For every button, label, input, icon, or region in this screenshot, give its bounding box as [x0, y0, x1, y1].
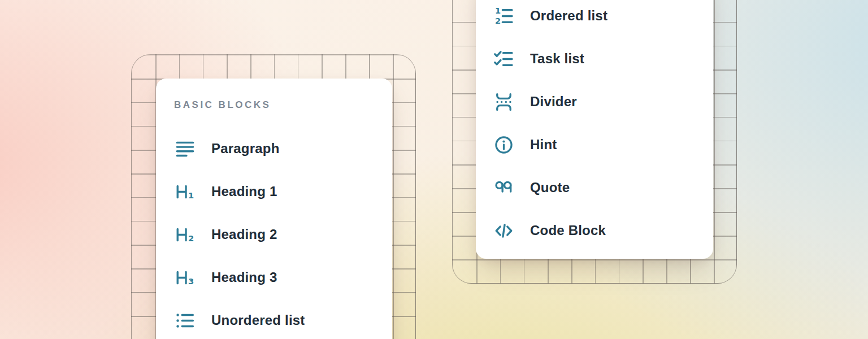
menu-list-right: 1 2 Ordered list Task list Divider Hint … [493, 0, 696, 252]
menu-item-divider[interactable]: Divider [493, 80, 696, 123]
unordered-list-icon [174, 310, 196, 331]
menu-item-task-list[interactable]: Task list [493, 37, 696, 80]
blocks-menu-continued: 1 2 Ordered list Task list Divider Hint … [476, 0, 713, 259]
menu-item-label: Heading 1 [211, 184, 277, 199]
menu-item-paragraph[interactable]: Paragraph [174, 127, 375, 170]
menu-item-heading-2[interactable]: 2 Heading 2 [174, 213, 375, 256]
menu-item-label: Divider [530, 94, 577, 110]
code-block-icon [493, 220, 514, 241]
section-title-basic-blocks: BASIC BLOCKS [174, 99, 375, 111]
menu-item-heading-3[interactable]: 3 Heading 3 [174, 256, 375, 299]
svg-text:3: 3 [188, 276, 194, 285]
svg-text:1: 1 [495, 6, 501, 15]
menu-item-heading-1[interactable]: 1 Heading 1 [174, 170, 375, 213]
quote-icon [493, 177, 514, 198]
menu-item-label: Task list [530, 51, 584, 67]
menu-item-label: Code Block [530, 223, 606, 238]
menu-item-label: Heading 2 [211, 227, 277, 242]
hint-icon [493, 134, 514, 155]
svg-text:2: 2 [495, 16, 501, 25]
menu-item-label: Hint [530, 137, 557, 153]
heading-2-icon: 2 [174, 224, 196, 245]
menu-item-code-block[interactable]: Code Block [493, 209, 696, 252]
menu-item-label: Heading 3 [211, 270, 277, 285]
basic-blocks-menu: BASIC BLOCKS Paragraph 1 Heading 1 2 Hea… [156, 79, 392, 339]
menu-list-left: Paragraph 1 Heading 1 2 Heading 2 3 Head… [174, 127, 375, 339]
menu-item-label: Ordered list [530, 8, 607, 24]
menu-item-quote[interactable]: Quote [493, 166, 696, 209]
ordered-list-icon: 1 2 [493, 5, 514, 27]
heading-1-icon: 1 [174, 181, 196, 202]
svg-text:2: 2 [188, 233, 194, 242]
task-list-icon [493, 48, 514, 69]
menu-item-label: Unordered list [211, 312, 305, 328]
svg-text:1: 1 [188, 190, 194, 199]
menu-item-unordered-list[interactable]: Unordered list [174, 299, 375, 339]
menu-item-label: Paragraph [211, 141, 280, 157]
heading-3-icon: 3 [174, 267, 196, 288]
paragraph-icon [174, 138, 196, 159]
menu-item-hint[interactable]: Hint [493, 123, 696, 166]
menu-item-label: Quote [530, 180, 570, 195]
divider-icon [493, 91, 514, 112]
menu-item-ordered-list[interactable]: 1 2 Ordered list [493, 0, 696, 37]
